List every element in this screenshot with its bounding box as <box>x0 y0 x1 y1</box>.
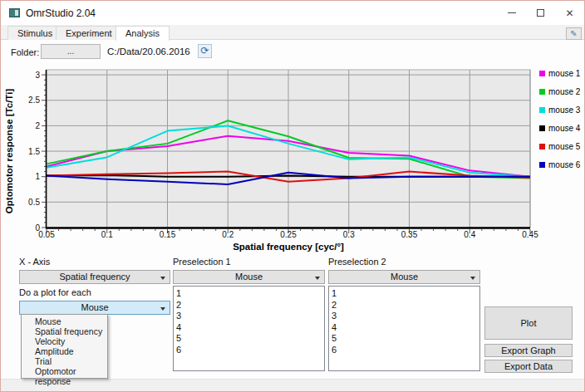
tab-strip: Stimulus Experiment Analysis ✎ <box>1 25 584 40</box>
svg-text:0.5: 0.5 <box>28 198 40 207</box>
app-icon <box>9 8 20 17</box>
legend-swatch <box>539 107 545 113</box>
svg-text:0: 0 <box>35 223 40 233</box>
tab-experiment[interactable]: Experiment <box>56 26 122 40</box>
dropdown-option[interactable]: Spatial frequency <box>22 326 107 336</box>
legend-label: mouse 6 <box>548 160 580 169</box>
legend-item: mouse 1 <box>539 68 580 79</box>
list-item[interactable]: 6 <box>176 345 324 356</box>
chart-legend: mouse 1mouse 2mouse 3mouse 4mouse 5mouse… <box>539 68 580 178</box>
list-item[interactable]: 2 <box>176 300 324 311</box>
list-item[interactable]: 3 <box>332 311 479 322</box>
chevron-down-icon <box>315 277 320 280</box>
legend-item: mouse 4 <box>539 123 580 134</box>
chart-svg: 0.050.10.150.20.250.30.350.40.4500.511.5… <box>1 61 585 254</box>
preselection2-dropdown-value: Mouse <box>391 272 418 282</box>
plot-button[interactable]: Plot <box>484 306 573 340</box>
svg-text:1.5: 1.5 <box>28 147 40 156</box>
refresh-icon: ⟳ <box>200 45 209 56</box>
legend-swatch <box>539 89 545 95</box>
pencil-icon: ✎ <box>570 29 577 38</box>
list-item[interactable]: 5 <box>176 333 324 345</box>
dropdown-option[interactable]: Amplitude <box>22 346 107 356</box>
svg-text:1: 1 <box>35 172 40 181</box>
close-icon: ✕ <box>565 7 573 19</box>
dropdown-option[interactable]: Velocity <box>22 336 107 346</box>
svg-text:0.45: 0.45 <box>522 230 538 239</box>
x-axis-dropdown-value: Spatial frequency <box>60 272 130 282</box>
maximize-icon <box>537 9 544 17</box>
chevron-down-icon <box>160 277 165 280</box>
legend-item: mouse 5 <box>539 141 580 152</box>
app-window: OmrStudio 2.04 ✕ Stimulus Experiment Ana… <box>0 0 585 392</box>
legend-swatch <box>539 71 545 76</box>
plot-for-each-options-list: MouseSpatial frequencyVelocityAmplitudeT… <box>21 314 108 379</box>
list-item[interactable]: 4 <box>332 322 479 334</box>
svg-text:2.5: 2.5 <box>28 96 40 105</box>
chevron-down-icon <box>160 307 165 311</box>
list-item[interactable]: 1 <box>176 288 324 300</box>
legend-item: mouse 6 <box>539 159 580 170</box>
legend-swatch <box>539 144 545 149</box>
browse-folder-button[interactable]: ... <box>41 44 101 59</box>
svg-text:0.15: 0.15 <box>160 230 176 239</box>
svg-text:0.25: 0.25 <box>280 230 297 239</box>
svg-text:3: 3 <box>35 71 40 80</box>
export-graph-button[interactable]: Export Graph <box>484 344 573 357</box>
tab-analysis[interactable]: Analysis <box>116 26 170 41</box>
preselection1-dropdown[interactable]: Mouse <box>173 270 325 284</box>
dropdown-option[interactable]: Optomotor response <box>22 366 107 376</box>
preselection2-label: Preselection 2 <box>328 257 386 267</box>
tab-stimulus[interactable]: Stimulus <box>7 26 62 40</box>
preselection1-listbox[interactable]: 123456 <box>173 286 325 371</box>
preselection2-dropdown[interactable]: Mouse <box>328 270 480 284</box>
minimize-button[interactable] <box>497 1 526 25</box>
legend-item: mouse 3 <box>539 105 580 115</box>
preselection1-dropdown-value: Mouse <box>235 272 263 282</box>
svg-text:2: 2 <box>35 121 40 130</box>
dropdown-option[interactable]: Mouse <box>22 316 107 326</box>
legend-label: mouse 1 <box>548 69 580 78</box>
legend-item: mouse 2 <box>539 86 580 97</box>
close-button[interactable]: ✕ <box>555 1 584 25</box>
maximize-button[interactable] <box>526 1 555 25</box>
list-item[interactable]: 6 <box>332 345 479 356</box>
legend-label: mouse 5 <box>548 142 580 151</box>
list-item[interactable]: 3 <box>176 311 324 322</box>
legend-swatch <box>539 125 545 131</box>
plot-for-each-label: Do a plot for each <box>19 287 91 297</box>
folder-label: Folder: <box>11 47 39 57</box>
svg-text:0.2: 0.2 <box>222 230 234 239</box>
list-item[interactable]: 1 <box>332 288 479 300</box>
x-axis-label: X - Axis <box>19 257 50 267</box>
legend-swatch <box>539 162 545 168</box>
preselection1-label: Preselection 1 <box>173 257 231 267</box>
tools-button[interactable]: ✎ <box>566 27 582 40</box>
window-title: OmrStudio 2.04 <box>26 7 96 19</box>
x-axis-dropdown[interactable]: Spatial frequency <box>19 270 170 284</box>
window-controls: ✕ <box>497 1 584 25</box>
window-footer <box>1 379 585 392</box>
minimize-icon <box>508 12 516 13</box>
svg-text:0.35: 0.35 <box>401 230 418 239</box>
preselection2-listbox[interactable]: 123456 <box>328 286 480 371</box>
plot-for-each-dropdown[interactable]: Mouse <box>19 301 170 315</box>
folder-path: C:/Data/20.06.2016 <box>107 47 190 56</box>
svg-text:Spatial frequency [cyc/°]: Spatial frequency [cyc/°] <box>233 242 344 252</box>
legend-label: mouse 2 <box>548 87 580 96</box>
legend-label: mouse 3 <box>548 105 580 115</box>
svg-text:Optomotor response [Tc/Ti]: Optomotor response [Tc/Ti] <box>4 89 14 214</box>
list-item[interactable]: 2 <box>332 300 479 311</box>
list-item[interactable]: 5 <box>332 333 479 345</box>
analysis-panel: Folder: ... C:/Data/20.06.2016 ⟳ 0.050.1… <box>1 40 585 379</box>
svg-text:0.05: 0.05 <box>38 230 55 239</box>
list-item[interactable]: 4 <box>176 322 324 334</box>
plot-for-each-dropdown-value: Mouse <box>81 302 108 312</box>
export-data-button[interactable]: Export Data <box>484 360 573 373</box>
chart-area: 0.050.10.150.20.250.30.350.40.4500.511.5… <box>1 61 585 254</box>
refresh-button[interactable]: ⟳ <box>198 44 212 58</box>
legend-label: mouse 4 <box>548 124 580 133</box>
titlebar[interactable]: OmrStudio 2.04 ✕ <box>1 1 584 25</box>
dropdown-option[interactable]: Trial <box>22 356 107 366</box>
svg-text:0.4: 0.4 <box>464 230 475 239</box>
